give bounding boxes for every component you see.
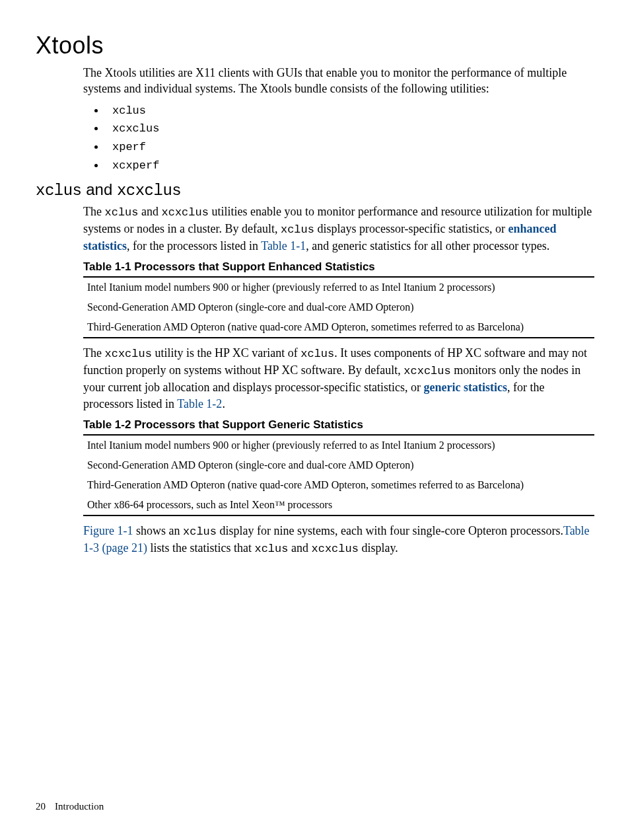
utility-list: xclus xcxclus xperf xcxperf	[83, 101, 594, 174]
paragraph: The xcxclus utility is the HP XC variant…	[83, 345, 594, 411]
table-cell: Second-Generation AMD Opteron (single-co…	[83, 455, 594, 475]
table-cell: Third-Generation AMD Opteron (native qua…	[83, 317, 594, 338]
table-row: Other x86-64 processors, such as Intel X…	[83, 495, 594, 515]
table-row: Intel Itanium model numbers 900 or highe…	[83, 277, 594, 297]
heading-code: xclus	[36, 182, 82, 200]
utility-name: xcxclus	[112, 122, 159, 135]
table-row: Second-Generation AMD Opteron (single-co…	[83, 455, 594, 475]
table-caption: Table 1-1 Processors that Support Enhanc…	[83, 260, 594, 274]
table-row: Third-Generation AMD Opteron (native qua…	[83, 317, 594, 338]
page: Xtools The Xtools utilities are X11 clie…	[0, 0, 630, 840]
page-footer: 20Introduction	[36, 801, 104, 812]
chapter-name: Introduction	[55, 801, 104, 812]
xref-link[interactable]: Figure 1-1	[83, 524, 133, 537]
utility-name: xclus	[112, 104, 146, 117]
page-number: 20	[36, 801, 46, 812]
table-row: Second-Generation AMD Opteron (single-co…	[83, 297, 594, 317]
list-item: xcxperf	[106, 156, 594, 174]
subsection-body: The xclus and xcxclus utilities enable y…	[83, 204, 594, 557]
table-cell: Intel Itanium model numbers 900 or highe…	[83, 277, 594, 297]
table-caption: Table 1-2 Processors that Support Generi…	[83, 418, 594, 432]
list-item: xperf	[106, 137, 594, 156]
heading-conj: and	[82, 180, 117, 198]
utility-name: xperf	[112, 141, 146, 153]
subsection-heading: xclus and xcxclus	[36, 180, 594, 200]
table-row: Intel Itanium model numbers 900 or highe…	[83, 435, 594, 455]
code-inline: xcxclus	[311, 543, 358, 555]
code-inline: xclus	[104, 206, 138, 219]
intro-block: The Xtools utilities are X11 clients wit…	[83, 65, 594, 174]
code-inline: xclus	[281, 223, 314, 236]
section-heading: Xtools	[36, 32, 594, 59]
utility-name: xcxperf	[112, 159, 159, 172]
xref-link[interactable]: Table 1-2	[177, 397, 222, 410]
code-inline: xcxclus	[403, 365, 450, 377]
table-enhanced-statistics: Intel Itanium model numbers 900 or highe…	[83, 276, 594, 338]
heading-code: xcxclus	[117, 182, 181, 200]
paragraph: Figure 1-1 shows an xclus display for ni…	[83, 523, 594, 557]
paragraph: The xclus and xcxclus utilities enable y…	[83, 204, 594, 254]
xref-link[interactable]: Table 1-1	[261, 239, 306, 252]
list-item: xclus	[106, 101, 594, 120]
table-cell: Third-Generation AMD Opteron (native qua…	[83, 475, 594, 495]
code-inline: xclus	[254, 543, 288, 555]
list-item: xcxclus	[106, 119, 594, 137]
glossary-link[interactable]: generic statistics	[424, 381, 507, 394]
table-generic-statistics: Intel Itanium model numbers 900 or highe…	[83, 434, 594, 516]
code-inline: xcxclus	[104, 348, 151, 360]
table-cell: Intel Itanium model numbers 900 or highe…	[83, 435, 594, 455]
code-inline: xcxclus	[162, 206, 209, 219]
table-row: Third-Generation AMD Opteron (native qua…	[83, 475, 594, 495]
code-inline: xclus	[300, 348, 334, 360]
intro-paragraph: The Xtools utilities are X11 clients wit…	[83, 65, 594, 97]
code-inline: xclus	[183, 525, 217, 538]
table-cell: Other x86-64 processors, such as Intel X…	[83, 495, 594, 515]
table-cell: Second-Generation AMD Opteron (single-co…	[83, 297, 594, 317]
